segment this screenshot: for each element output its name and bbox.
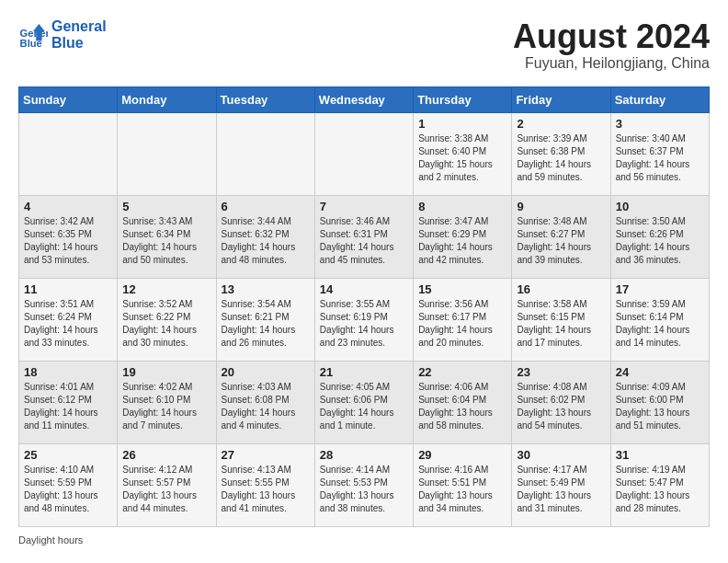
- logo: General Blue General Blue: [18, 18, 107, 52]
- logo-icon: General Blue: [18, 20, 48, 50]
- day-number: 29: [418, 448, 506, 462]
- calendar-week-row: 25Sunrise: 4:10 AM Sunset: 5:59 PM Dayli…: [19, 443, 710, 526]
- calendar-cell: 26Sunrise: 4:12 AM Sunset: 5:57 PM Dayli…: [118, 443, 216, 526]
- day-info: Sunrise: 4:01 AM Sunset: 6:12 PM Dayligh…: [24, 381, 112, 432]
- day-info: Sunrise: 4:17 AM Sunset: 5:49 PM Dayligh…: [517, 464, 605, 515]
- calendar-cell: 14Sunrise: 3:55 AM Sunset: 6:19 PM Dayli…: [314, 278, 413, 361]
- day-of-week-header: Monday: [118, 86, 216, 112]
- day-info: Sunrise: 4:06 AM Sunset: 6:04 PM Dayligh…: [418, 381, 506, 432]
- logo-line2: Blue: [51, 35, 107, 52]
- day-of-week-header: Wednesday: [314, 86, 413, 112]
- calendar-cell: [216, 112, 314, 195]
- logo-text-block: General Blue: [51, 18, 107, 52]
- day-number: 5: [122, 200, 210, 213]
- day-number: 14: [320, 282, 408, 296]
- calendar-cell: 11Sunrise: 3:51 AM Sunset: 6:24 PM Dayli…: [19, 278, 118, 361]
- calendar-cell: 16Sunrise: 3:58 AM Sunset: 6:15 PM Dayli…: [512, 278, 610, 361]
- calendar-cell: 23Sunrise: 4:08 AM Sunset: 6:02 PM Dayli…: [512, 361, 610, 443]
- day-info: Sunrise: 4:05 AM Sunset: 6:06 PM Dayligh…: [320, 381, 408, 432]
- title-block: August 2024 Fuyuan, Heilongjiang, China: [513, 18, 710, 72]
- day-number: 1: [418, 117, 506, 131]
- svg-text:General: General: [20, 28, 48, 39]
- calendar-cell: 27Sunrise: 4:13 AM Sunset: 5:55 PM Dayli…: [216, 443, 314, 526]
- calendar-cell: 8Sunrise: 3:47 AM Sunset: 6:29 PM Daylig…: [414, 195, 512, 278]
- calendar-cell: 19Sunrise: 4:02 AM Sunset: 6:10 PM Dayli…: [118, 361, 216, 443]
- location-subtitle: Fuyuan, Heilongjiang, China: [513, 55, 710, 72]
- month-year-title: August 2024: [513, 18, 710, 55]
- day-info: Sunrise: 3:54 AM Sunset: 6:21 PM Dayligh…: [222, 298, 310, 350]
- day-number: 27: [222, 448, 310, 462]
- day-info: Sunrise: 3:43 AM Sunset: 6:34 PM Dayligh…: [122, 215, 210, 267]
- day-info: Sunrise: 4:16 AM Sunset: 5:51 PM Dayligh…: [418, 464, 506, 515]
- day-number: 2: [517, 117, 605, 131]
- day-number: 17: [616, 282, 704, 296]
- day-info: Sunrise: 4:03 AM Sunset: 6:08 PM Dayligh…: [222, 381, 310, 432]
- calendar-cell: 12Sunrise: 3:52 AM Sunset: 6:22 PM Dayli…: [118, 278, 216, 361]
- day-info: Sunrise: 4:13 AM Sunset: 5:55 PM Dayligh…: [222, 464, 310, 515]
- daylight-note: Daylight hours: [18, 534, 710, 546]
- calendar-week-row: 18Sunrise: 4:01 AM Sunset: 6:12 PM Dayli…: [19, 361, 710, 443]
- calendar-cell: 20Sunrise: 4:03 AM Sunset: 6:08 PM Dayli…: [216, 361, 314, 443]
- day-number: 19: [122, 365, 210, 379]
- calendar-cell: 17Sunrise: 3:59 AM Sunset: 6:14 PM Dayli…: [610, 278, 709, 361]
- day-number: 18: [24, 365, 112, 379]
- day-number: 22: [418, 365, 506, 379]
- day-number: 12: [122, 282, 210, 296]
- day-of-week-header: Thursday: [414, 86, 512, 112]
- calendar-week-row: 11Sunrise: 3:51 AM Sunset: 6:24 PM Dayli…: [19, 278, 710, 361]
- day-info: Sunrise: 3:48 AM Sunset: 6:27 PM Dayligh…: [517, 215, 605, 267]
- day-of-week-header: Sunday: [19, 86, 118, 112]
- calendar-cell: 10Sunrise: 3:50 AM Sunset: 6:26 PM Dayli…: [610, 195, 709, 278]
- calendar-cell: [118, 112, 216, 195]
- day-info: Sunrise: 3:47 AM Sunset: 6:29 PM Dayligh…: [418, 215, 506, 267]
- day-info: Sunrise: 4:14 AM Sunset: 5:53 PM Dayligh…: [320, 464, 408, 515]
- day-info: Sunrise: 3:50 AM Sunset: 6:26 PM Dayligh…: [616, 215, 704, 267]
- day-number: 10: [616, 200, 704, 213]
- calendar-cell: 28Sunrise: 4:14 AM Sunset: 5:53 PM Dayli…: [314, 443, 413, 526]
- day-info: Sunrise: 4:08 AM Sunset: 6:02 PM Dayligh…: [517, 381, 605, 432]
- day-number: 26: [122, 448, 210, 462]
- day-info: Sunrise: 4:12 AM Sunset: 5:57 PM Dayligh…: [122, 464, 210, 515]
- calendar-cell: 13Sunrise: 3:54 AM Sunset: 6:21 PM Dayli…: [216, 278, 314, 361]
- day-number: 20: [222, 365, 310, 379]
- calendar-table: SundayMondayTuesdayWednesdayThursdayFrid…: [18, 86, 710, 527]
- day-info: Sunrise: 3:44 AM Sunset: 6:32 PM Dayligh…: [222, 215, 310, 267]
- day-number: 6: [222, 200, 310, 213]
- day-info: Sunrise: 4:19 AM Sunset: 5:47 PM Dayligh…: [616, 464, 704, 515]
- calendar-cell: 25Sunrise: 4:10 AM Sunset: 5:59 PM Dayli…: [19, 443, 118, 526]
- day-info: Sunrise: 3:59 AM Sunset: 6:14 PM Dayligh…: [616, 298, 704, 350]
- day-info: Sunrise: 3:56 AM Sunset: 6:17 PM Dayligh…: [418, 298, 506, 350]
- calendar-cell: 15Sunrise: 3:56 AM Sunset: 6:17 PM Dayli…: [414, 278, 512, 361]
- day-number: 28: [320, 448, 408, 462]
- calendar-cell: 18Sunrise: 4:01 AM Sunset: 6:12 PM Dayli…: [19, 361, 118, 443]
- calendar-cell: 31Sunrise: 4:19 AM Sunset: 5:47 PM Dayli…: [610, 443, 709, 526]
- day-info: Sunrise: 4:10 AM Sunset: 5:59 PM Dayligh…: [24, 464, 112, 515]
- day-number: 7: [320, 200, 408, 213]
- calendar-cell: 22Sunrise: 4:06 AM Sunset: 6:04 PM Dayli…: [414, 361, 512, 443]
- calendar-cell: 21Sunrise: 4:05 AM Sunset: 6:06 PM Dayli…: [314, 361, 413, 443]
- calendar-cell: 6Sunrise: 3:44 AM Sunset: 6:32 PM Daylig…: [216, 195, 314, 278]
- day-number: 16: [517, 282, 605, 296]
- day-number: 30: [517, 448, 605, 462]
- day-number: 3: [616, 117, 704, 131]
- day-info: Sunrise: 3:40 AM Sunset: 6:37 PM Dayligh…: [616, 132, 704, 184]
- day-number: 8: [418, 200, 506, 213]
- day-info: Sunrise: 4:09 AM Sunset: 6:00 PM Dayligh…: [616, 381, 704, 432]
- day-info: Sunrise: 3:52 AM Sunset: 6:22 PM Dayligh…: [122, 298, 210, 350]
- calendar-cell: 9Sunrise: 3:48 AM Sunset: 6:27 PM Daylig…: [512, 195, 610, 278]
- calendar-week-row: 1Sunrise: 3:38 AM Sunset: 6:40 PM Daylig…: [19, 112, 710, 195]
- calendar-cell: [19, 112, 118, 195]
- calendar-cell: 4Sunrise: 3:42 AM Sunset: 6:35 PM Daylig…: [19, 195, 118, 278]
- calendar-cell: 2Sunrise: 3:39 AM Sunset: 6:38 PM Daylig…: [512, 112, 610, 195]
- calendar-cell: 29Sunrise: 4:16 AM Sunset: 5:51 PM Dayli…: [414, 443, 512, 526]
- day-of-week-header: Tuesday: [216, 86, 314, 112]
- calendar-header-row: SundayMondayTuesdayWednesdayThursdayFrid…: [19, 86, 710, 112]
- calendar-cell: 7Sunrise: 3:46 AM Sunset: 6:31 PM Daylig…: [314, 195, 413, 278]
- day-number: 31: [616, 448, 704, 462]
- day-info: Sunrise: 3:42 AM Sunset: 6:35 PM Dayligh…: [24, 215, 112, 267]
- day-info: Sunrise: 3:51 AM Sunset: 6:24 PM Dayligh…: [24, 298, 112, 350]
- day-number: 9: [517, 200, 605, 213]
- day-info: Sunrise: 3:55 AM Sunset: 6:19 PM Dayligh…: [320, 298, 408, 350]
- page-header: General Blue General Blue August 2024 Fu…: [18, 18, 710, 72]
- day-number: 24: [616, 365, 704, 379]
